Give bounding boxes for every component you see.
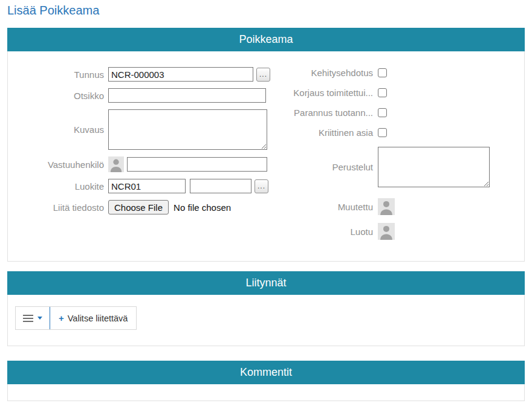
liitynnat-panel-body: + Valitse liitettävä [7,295,525,346]
luokite-browse-button[interactable]: ... [255,179,268,193]
luotu-row: Luotu [281,223,524,240]
file-status-text: No file chosen [174,202,231,213]
luokite-row: Luokite ... [8,179,281,193]
perustelut-textarea[interactable] [378,147,490,187]
otsikko-label: Otsikko [8,91,108,101]
kuvaus-row: Kuvaus [8,109,281,150]
tunnus-label: Tunnus [8,69,108,80]
korjaus-toimitettu-label: Korjaus toimitettui... [281,88,378,98]
vastuuhenkilo-row: Vastuuhenkilö [8,156,281,172]
kuvaus-label: Kuvaus [8,124,108,135]
poikkeama-panel: Poikkeama Tunnus ... Otsikko Kuvaus Vast… [7,28,525,262]
liitynnat-toolbar: + Valitse liitettävä [15,306,137,330]
muutettu-avatar-icon [378,198,395,215]
korjaus-toimitettu-checkbox[interactable] [378,88,387,97]
tunnus-browse-button[interactable]: ... [256,68,270,82]
vastuuhenkilo-label: Vastuuhenkilö [8,159,108,170]
poikkeama-panel-body: Tunnus ... Otsikko Kuvaus Vastuuhenkilö [7,51,525,262]
kriittinen-asia-checkbox[interactable] [378,128,387,137]
parannus-tuotantoon-checkbox[interactable] [378,108,387,117]
chevron-down-icon [37,317,42,320]
otsikko-input[interactable] [108,88,266,103]
plus-icon: + [59,313,64,323]
parannus-tuotantoon-row: Parannus tuotann... [281,107,524,118]
kehitysehdotus-checkbox[interactable] [378,68,387,77]
tunnus-input[interactable] [108,67,253,82]
vastuuhenkilo-input[interactable] [127,157,267,172]
luotu-avatar-icon [378,223,395,240]
list-menu-button[interactable] [16,307,50,329]
luokite-input-2[interactable] [190,179,251,193]
form-left-column: Tunnus ... Otsikko Kuvaus Vastuuhenkilö [8,67,281,246]
muutettu-row: Muutettu [281,198,524,215]
valitse-liitettava-button[interactable]: + Valitse liitettävä [50,307,136,329]
hamburger-icon [23,313,33,324]
page-title: Lisää Poikkeama [7,4,525,18]
valitse-liitettava-label: Valitse liitettävä [68,314,128,323]
tunnus-row: Tunnus ... [8,67,281,82]
perustelut-row: Perustelut [281,147,524,187]
perustelut-label: Perustelut [281,162,378,172]
poikkeama-panel-header: Poikkeama [7,28,525,51]
liitynnat-panel-header: Liitynnät [7,271,525,295]
kommentit-panel: Kommentit [7,361,525,401]
luotu-label: Luotu [281,227,378,237]
kehitysehdotus-label: Kehitysehdotus [281,68,378,78]
form-right-column: Kehitysehdotus Korjaus toimitettui... Pa… [281,67,524,246]
vastuuhenkilo-avatar-icon[interactable] [108,156,124,172]
luokite-label: Luokite [8,181,108,192]
kriittinen-asia-label: Kriittinen asia [281,127,378,138]
choose-file-button[interactable]: Choose File [108,200,169,214]
liitynnat-panel: Liitynnät + Valitse liitettävä [7,271,525,346]
kriittinen-asia-row: Kriittinen asia [281,127,524,138]
kommentit-panel-body [7,384,525,401]
kehitysehdotus-row: Kehitysehdotus [281,67,524,79]
luokite-input-1[interactable] [108,179,186,193]
muutettu-label: Muutettu [281,202,378,212]
parannus-tuotantoon-label: Parannus tuotann... [281,108,378,118]
korjaus-toimitettu-row: Korjaus toimitettui... [281,87,524,98]
otsikko-row: Otsikko [8,88,281,103]
liita-tiedosto-label: Liitä tiedosto [8,202,108,213]
kuvaus-textarea[interactable] [108,109,267,150]
liita-tiedosto-row: Liitä tiedosto Choose File No file chose… [8,200,281,214]
kommentit-panel-header: Kommentit [7,361,525,384]
